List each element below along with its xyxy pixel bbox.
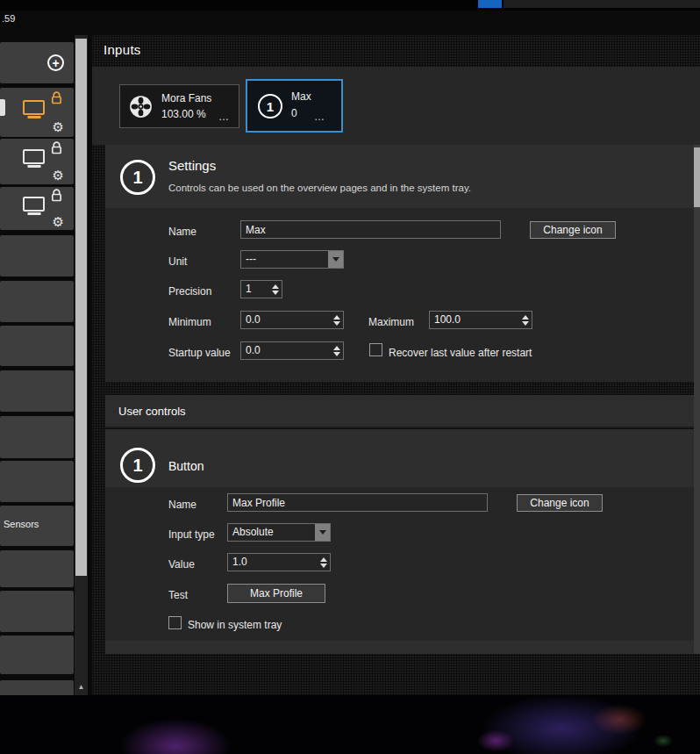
input-card-max[interactable]: 1 Max 0 …: [246, 79, 343, 133]
fan-icon: [129, 95, 153, 122]
precision-stepper[interactable]: 1: [240, 280, 282, 298]
startup-value-stepper[interactable]: 0.0: [240, 341, 344, 360]
chevron-down-icon[interactable]: [328, 251, 343, 268]
settings-header: 1 Settings Controls can be used on the o…: [105, 145, 700, 208]
tray-checkbox-label: Show in system tray: [188, 619, 282, 631]
sidebar-card-display[interactable]: ⚙: [0, 139, 74, 184]
lock-icon[interactable]: [51, 91, 62, 108]
lock-icon[interactable]: [51, 141, 62, 158]
change-icon-button[interactable]: Change icon: [517, 494, 603, 512]
stepper-arrows[interactable]: [268, 281, 282, 298]
sidebar-scrollbar-thumb[interactable]: [75, 39, 87, 576]
user-controls-header: User controls: [105, 395, 700, 428]
sidebar-card[interactable]: [0, 591, 74, 632]
stepper-down-icon[interactable]: [320, 564, 327, 568]
title-bar-segment: [504, 0, 700, 8]
stepper-arrows[interactable]: [330, 342, 343, 359]
settings-form: Name Change icon Unit --- Precision 1 Mi…: [105, 208, 700, 382]
desktop-wallpaper: [0, 695, 700, 754]
page-title: Inputs: [104, 42, 141, 57]
minimum-label: Minimum: [168, 316, 211, 328]
stepper-up-icon[interactable]: [333, 346, 340, 350]
stepper-up-icon[interactable]: [320, 557, 327, 562]
chevron-down-icon[interactable]: [315, 524, 330, 541]
stepper-up-icon[interactable]: [522, 315, 529, 320]
stepper-down-icon[interactable]: [333, 352, 340, 356]
stepper-arrows[interactable]: [317, 554, 330, 571]
sidebar-card[interactable]: [0, 326, 74, 366]
maximum-value: 100.0: [430, 312, 518, 328]
input-card-value: 0: [291, 107, 297, 119]
button-control-title: Button: [168, 459, 204, 473]
section-footer: [105, 641, 700, 654]
input-card-value: 103.00 %: [161, 108, 206, 120]
settings-subtitle: Controls can be used on the overview pag…: [168, 183, 471, 193]
button-control-section: 1 Button Name Change icon Input type Abs…: [105, 429, 700, 654]
main-scrollbar-thumb[interactable]: [694, 147, 700, 207]
sidebar-card[interactable]: [0, 550, 74, 587]
lock-icon[interactable]: [51, 189, 62, 205]
sidebar-card[interactable]: [0, 416, 74, 458]
minimum-stepper[interactable]: 0.0: [240, 311, 344, 329]
stepper-down-icon[interactable]: [272, 291, 279, 295]
minimum-value: 0.0: [241, 312, 330, 328]
inputs-panel: Inputs Mora Fans 103.00 % …: [92, 35, 700, 695]
startup-value-label: Startup value: [168, 347, 231, 359]
sidebar-card[interactable]: [0, 235, 74, 276]
stepper-arrows[interactable]: [330, 312, 343, 328]
button-control-form: Name Change icon Input type Absolute Val…: [105, 487, 700, 641]
input-card-name: Max: [291, 90, 311, 103]
value-label: Value: [168, 558, 195, 571]
gear-icon[interactable]: ⚙: [53, 120, 64, 133]
input-type-value: Absolute: [228, 524, 315, 541]
input-card-mora-fans[interactable]: Mora Fans 103.00 % …: [119, 84, 239, 128]
monitor-icon: [23, 197, 45, 212]
title-bar-accent: [478, 0, 502, 8]
sidebar-card-display[interactable]: ⚙: [0, 187, 74, 230]
precision-value: 1: [241, 281, 268, 298]
sidebar-card[interactable]: [0, 281, 74, 322]
gear-icon[interactable]: ⚙: [53, 169, 64, 182]
change-icon-button[interactable]: Change icon: [530, 221, 616, 239]
input-cards-row: Mora Fans 103.00 % … 1 Max 0 …: [92, 67, 700, 145]
test-max-profile-button[interactable]: Max Profile: [227, 584, 325, 603]
sidebar-card[interactable]: [0, 461, 74, 502]
recover-checkbox-label: Recover last value after restart: [389, 347, 532, 359]
name-input[interactable]: [240, 220, 501, 239]
main-scrollbar-track[interactable]: [694, 145, 700, 654]
recover-checkbox[interactable]: [369, 343, 382, 356]
input-type-dropdown[interactable]: Absolute: [227, 523, 331, 542]
unit-value: ---: [241, 251, 328, 268]
more-icon[interactable]: …: [314, 111, 325, 123]
more-icon[interactable]: …: [218, 111, 229, 123]
button-name-input[interactable]: [227, 493, 488, 512]
stepper-up-icon[interactable]: [333, 315, 340, 320]
input-card-name: Mora Fans: [161, 92, 211, 104]
maximum-label: Maximum: [368, 316, 414, 328]
version-label: .59: [2, 13, 15, 24]
unit-dropdown[interactable]: ---: [240, 250, 344, 269]
scroll-up-icon[interactable]: ▲: [75, 680, 88, 693]
maximum-stepper[interactable]: 100.0: [429, 311, 532, 329]
sidebar-card-add[interactable]: +: [0, 42, 74, 83]
plus-icon[interactable]: +: [47, 54, 64, 71]
value-value: 1.0: [228, 554, 317, 571]
value-stepper[interactable]: 1.0: [227, 553, 331, 571]
gear-icon[interactable]: ⚙: [53, 215, 64, 228]
settings-section: 1 Settings Controls can be used on the o…: [105, 145, 700, 382]
monitor-icon: [23, 100, 45, 115]
sidebar-card-display-active[interactable]: ⚙: [0, 88, 74, 137]
name-label: Name: [168, 226, 196, 238]
button-control-header: 1 Button: [105, 429, 700, 487]
stepper-up-icon[interactable]: [272, 284, 279, 289]
stepper-down-icon[interactable]: [522, 321, 529, 326]
startup-value: 0.0: [241, 342, 330, 359]
unit-label: Unit: [168, 255, 187, 268]
tray-checkbox[interactable]: [168, 616, 182, 629]
sidebar-card[interactable]: [0, 370, 74, 412]
stepper-down-icon[interactable]: [333, 321, 340, 326]
stepper-arrows[interactable]: [518, 312, 532, 328]
sensors-section-label: Sensors: [4, 519, 39, 529]
sidebar-card[interactable]: [0, 636, 74, 674]
precision-label: Precision: [168, 285, 211, 298]
